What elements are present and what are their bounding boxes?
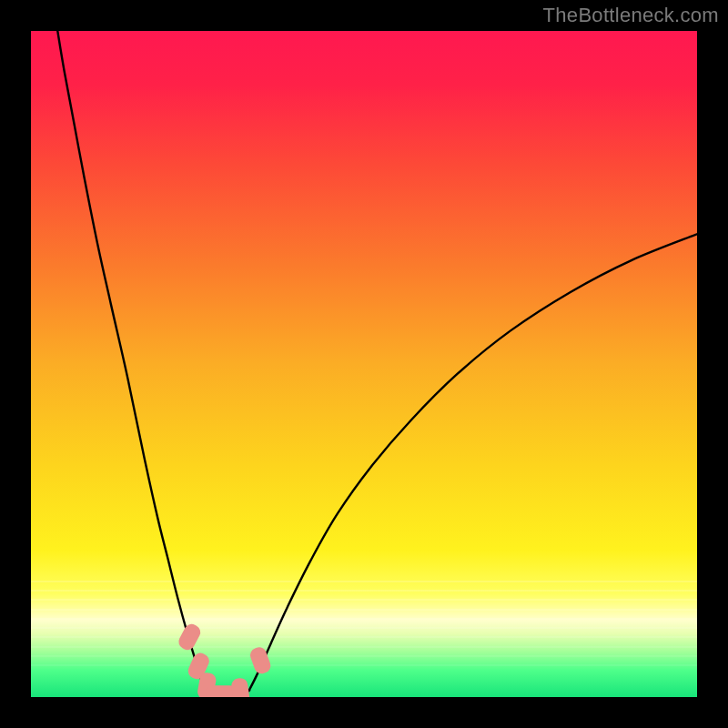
curve-path xyxy=(57,31,697,696)
watermark-text: TheBottleneck.com xyxy=(543,4,719,27)
chart-root: TheBottleneck.com xyxy=(0,0,728,728)
bottleneck-curve xyxy=(31,31,697,697)
plot-area xyxy=(31,31,697,697)
